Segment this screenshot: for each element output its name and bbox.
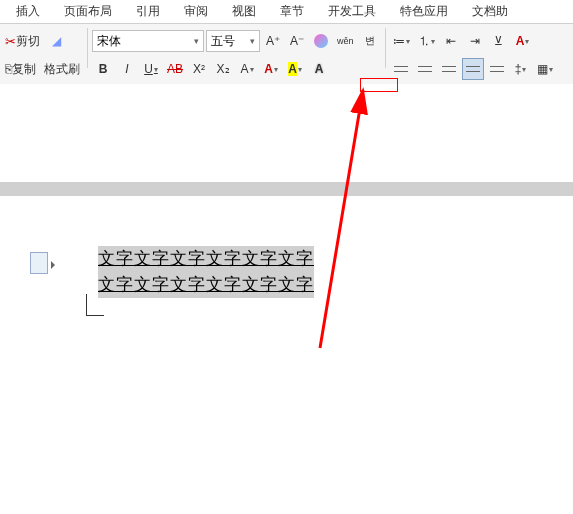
tab-icon: ⊻ [494,34,503,48]
distribute[interactable] [486,58,508,80]
menu-assist[interactable]: 文档助 [460,3,520,20]
cut-button[interactable]: ✂剪切 [2,30,43,52]
text-line-1: 文字文字文字文字文字文字 [98,246,314,272]
chevron-down-icon: ▾ [194,36,199,46]
align-center[interactable] [414,58,436,80]
highlight-color[interactable]: A▾ [284,58,306,80]
pinyin-guide[interactable]: wěn [334,30,357,52]
numbering-icon: ⒈ [418,33,430,50]
copy-button[interactable]: ⎘复制 [2,58,39,80]
shading-color[interactable]: A [308,58,330,80]
subscript[interactable]: X₂ [212,58,234,80]
menu-dev[interactable]: 开发工具 [316,3,388,20]
clear-icon [314,34,328,48]
indent-dec[interactable]: ⇤ [440,30,462,52]
scissors-icon: ✂ [5,34,16,49]
format-painter[interactable]: 格式刷 [41,58,83,80]
clear-format[interactable] [310,30,332,52]
shade-icon: ▦ [537,62,548,76]
indent-icon: ⇥ [470,34,480,48]
menu-insert[interactable]: 插入 [4,3,52,20]
text-tools[interactable]: A▾ [512,30,534,52]
align-left[interactable] [390,58,412,80]
align-right-icon [442,64,456,74]
document-page: 文字文字文字文字文字文字 文字文字文字文字文字文字 [0,84,573,514]
align-center-icon [418,64,432,74]
change-case[interactable]: 변 [359,30,381,52]
page-break-bar [0,182,573,196]
selected-text-block[interactable]: 文字文字文字文字文字文字 文字文字文字文字文字文字 [98,246,314,298]
font-color[interactable]: A▾ [260,58,282,80]
menu-bar: 插入 页面布局 引用 审阅 视图 章节 开发工具 特色应用 文档助 [0,0,573,24]
chevron-down-icon: ▾ [298,65,302,74]
superscript[interactable]: X² [188,58,210,80]
menu-chapter[interactable]: 章节 [268,3,316,20]
indent-inc[interactable]: ⇥ [464,30,486,52]
copy-icon: ⎘ [5,62,12,76]
font-size-combo[interactable]: 五号▾ [206,30,260,52]
line-spacing[interactable]: ‡▾ [510,58,532,80]
chevron-down-icon: ▾ [250,36,255,46]
bold-button[interactable]: B [92,58,114,80]
menu-view[interactable]: 视图 [220,3,268,20]
numbering[interactable]: ⒈▾ [415,30,438,52]
bullets[interactable]: ≔▾ [390,30,413,52]
align-left-icon [394,64,408,74]
font-shrink[interactable]: A⁻ [286,30,308,52]
menu-layout[interactable]: 页面布局 [52,3,124,20]
outdent-icon: ⇤ [446,34,456,48]
cursor-mark [86,294,104,316]
align-right[interactable] [438,58,460,80]
spacing-icon: ‡ [515,62,522,76]
text-effect[interactable]: A▾ [236,58,258,80]
text-line-2: 文字文字文字文字文字文字 [98,272,314,298]
paragraph-nav-icon[interactable] [30,252,48,274]
tab-settings[interactable]: ⊻ [488,30,510,52]
brush-icon: ◢ [52,34,61,48]
menu-review[interactable]: 审阅 [172,3,220,20]
align-justify[interactable] [462,58,484,80]
italic-button[interactable]: I [116,58,138,80]
ribbon: ✂剪切 ◢ ⎘复制 格式刷 宋体▾ 五号▾ A⁺ A⁻ wěn 변 B I U▾… [0,24,573,87]
chevron-down-icon: ▾ [154,65,158,74]
font-grow[interactable]: A⁺ [262,30,284,52]
menu-special[interactable]: 特色应用 [388,3,460,20]
font-name-combo[interactable]: 宋体▾ [92,30,204,52]
highlight-box [360,78,398,92]
distribute-icon [490,64,504,74]
align-justify-icon [466,64,480,74]
bullets-icon: ≔ [393,34,405,48]
chevron-down-icon: ▾ [250,65,254,74]
underline-button[interactable]: U▾ [140,58,162,80]
menu-ref[interactable]: 引用 [124,3,172,20]
strike-button[interactable]: AB [164,58,186,80]
para-shading[interactable]: ▦▾ [534,58,556,80]
chevron-down-icon: ▾ [274,65,278,74]
format-brush-big[interactable]: ◢ [45,30,67,52]
